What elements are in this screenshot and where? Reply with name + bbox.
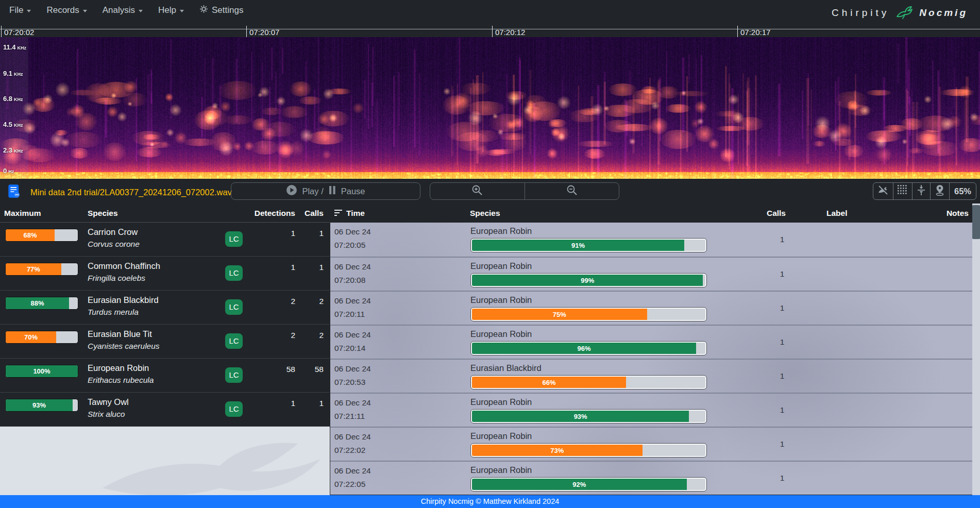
scrollbar-thumb[interactable] — [972, 205, 980, 239]
brand-chirpity-label: Chirpity — [832, 7, 889, 19]
species-scientific-name: Erithacus rubecula — [88, 376, 154, 385]
timeline[interactable]: 07:20:02 07:20:07 07:20:12 07:20:17 — [0, 24, 980, 37]
detection-date: 06 Dec 24 — [334, 227, 371, 236]
iucn-status-badge[interactable]: LC — [225, 265, 243, 281]
detection-row[interactable]: 06 Dec 24 07:20:11 European Robin 75% 1 — [330, 291, 972, 325]
detection-time: 07:21:11 — [334, 412, 365, 421]
menu-file[interactable]: File — [9, 5, 31, 15]
detections-table: 06 Dec 24 07:20:05 European Robin 91% 1 … — [330, 223, 972, 495]
header-label: Label — [826, 204, 847, 223]
iucn-status-badge[interactable]: LC — [225, 299, 243, 315]
detection-row[interactable]: 06 Dec 24 07:20:14 European Robin 96% 1 — [330, 325, 972, 359]
summary-row[interactable]: 88% Eurasian Blackbird Turdus merula LC … — [0, 291, 330, 325]
menu-analysis[interactable]: Analysis — [103, 5, 143, 15]
sort-icon[interactable] — [334, 209, 343, 218]
menu-help-label: Help — [158, 5, 176, 15]
detection-time: 07:20:14 — [334, 344, 365, 353]
calls-count: 2 — [301, 297, 324, 306]
detection-date: 06 Dec 24 — [334, 432, 371, 442]
menu-settings[interactable]: Settings — [199, 5, 243, 16]
menu-records[interactable]: Records — [46, 5, 87, 15]
header-maximum: Maximum — [4, 204, 41, 223]
calls-count: 58 — [301, 365, 324, 374]
timeline-label: 07:20:17 — [740, 28, 770, 37]
confidence-bar: 99% — [470, 273, 707, 287]
confidence-bar: 92% — [470, 477, 707, 492]
detection-species: European Robin — [470, 261, 532, 271]
iucn-status-badge[interactable]: LC — [225, 367, 243, 383]
detections-count: 2 — [269, 297, 295, 306]
spectrogram-canvas[interactable] — [0, 37, 980, 179]
detection-species: European Robin — [470, 295, 532, 305]
summary-row[interactable]: 100% European Robin Erithacus rubecula L… — [0, 359, 330, 393]
species-scientific-name: Strix aluco — [88, 410, 125, 419]
spectrogram-settings-button[interactable] — [893, 183, 912, 199]
max-confidence-bar: 70% — [5, 331, 78, 344]
detection-time: 07:20:08 — [334, 276, 365, 285]
frequency-tick-label: 2.3KHz — [3, 146, 23, 154]
zoom-out-button[interactable] — [525, 183, 619, 199]
header-species: Species — [470, 204, 500, 223]
iucn-status-badge[interactable]: LC — [225, 401, 243, 417]
summary-row[interactable]: 70% Eurasian Blue Tit Cyanistes caeruleu… — [0, 325, 330, 359]
summary-table-header: Maximum Species Detections Calls — [0, 204, 330, 223]
frequency-tick-label: 11.4KHz — [3, 43, 26, 51]
detection-species: European Robin — [470, 397, 532, 407]
detection-calls-count: 1 — [767, 303, 798, 313]
detection-row[interactable]: 06 Dec 24 07:20:53 Eurasian Blackbird 66… — [330, 359, 972, 393]
detection-species: European Robin — [470, 226, 532, 236]
zoom-in-icon — [471, 184, 483, 198]
species-common-name: Tawny Owl — [88, 397, 129, 407]
timeline-label: 07:20:12 — [495, 28, 525, 37]
species-common-name: Eurasian Blue Tit — [88, 329, 152, 339]
detection-time: 07:20:05 — [334, 241, 365, 250]
calls-count: 1 — [301, 229, 324, 238]
summary-row[interactable]: 68% Carrion Crow Corvus corone LC 1 1 — [0, 223, 330, 257]
frequency-tick-label: 6.8KHz — [3, 95, 23, 103]
detection-species: European Robin — [470, 465, 532, 475]
header-time[interactable]: Time — [346, 204, 365, 223]
max-confidence-bar: 100% — [5, 365, 78, 378]
zoom-in-button[interactable] — [430, 183, 525, 199]
detection-species: European Robin — [470, 329, 532, 339]
bird-images-toggle-button[interactable] — [873, 183, 893, 199]
menu-help[interactable]: Help — [158, 5, 184, 15]
caret-down-icon — [180, 10, 184, 12]
detection-row[interactable]: 06 Dec 24 07:22:05 European Robin 92% 1 — [330, 461, 972, 495]
iucn-status-badge[interactable]: LC — [225, 231, 243, 247]
iucn-status-badge[interactable]: LC — [225, 333, 243, 349]
location-pin-icon — [935, 184, 945, 198]
species-scientific-name: Corvus corone — [88, 240, 140, 249]
scrollbar-track[interactable] — [972, 204, 980, 495]
current-file-name[interactable]: Mini data 2nd trial/2LA00377_20241206_07… — [30, 185, 232, 199]
detections-count: 1 — [269, 229, 295, 238]
open-file-link[interactable]: Mini data 2nd trial/2LA00377_20241206_07… — [8, 184, 232, 200]
summary-table-empty-area — [0, 427, 330, 495]
detection-row[interactable]: 06 Dec 24 07:22:02 European Robin 73% 1 — [330, 427, 972, 461]
timeline-tick — [246, 26, 247, 37]
detection-row[interactable]: 06 Dec 24 07:20:05 European Robin 91% 1 — [330, 223, 972, 257]
detection-calls-count: 1 — [767, 337, 798, 347]
detection-row[interactable]: 06 Dec 24 07:21:11 European Robin 93% 1 — [330, 393, 972, 427]
detection-time: 07:22:05 — [334, 480, 365, 489]
zoom-button-group — [430, 182, 619, 200]
detection-date: 06 Dec 24 — [334, 296, 371, 306]
detection-row[interactable]: 06 Dec 24 07:20:08 European Robin 99% 1 — [330, 257, 972, 291]
spectrogram[interactable]: 11.4KHz9.1KHz6.8KHz4.5KHz2.3KHz0Hz — [0, 37, 980, 179]
max-confidence-bar: 93% — [5, 399, 78, 412]
header-species: Species — [88, 204, 118, 223]
species-scientific-name: Fringilla coelebs — [88, 274, 145, 283]
pixel-grid-icon — [898, 185, 908, 197]
menu-bar: File Records Analysis Help — [0, 0, 980, 24]
timeline-label: 07:20:07 — [249, 28, 279, 37]
summary-row[interactable]: 93% Tawny Owl Strix aluco LC 1 1 — [0, 393, 330, 427]
location-button[interactable] — [930, 183, 949, 199]
header-detections: Detections — [255, 204, 295, 223]
detection-date: 06 Dec 24 — [334, 330, 371, 340]
detection-time: 07:22:02 — [334, 446, 365, 455]
play-pause-button[interactable]: Play / Pause — [231, 182, 420, 200]
detection-calls-count: 1 — [767, 269, 798, 279]
collapse-view-button[interactable] — [912, 183, 930, 199]
summary-row[interactable]: 77% Common Chaffinch Fringilla coelebs L… — [0, 257, 330, 291]
frequency-tick-label: 0Hz — [3, 167, 14, 175]
